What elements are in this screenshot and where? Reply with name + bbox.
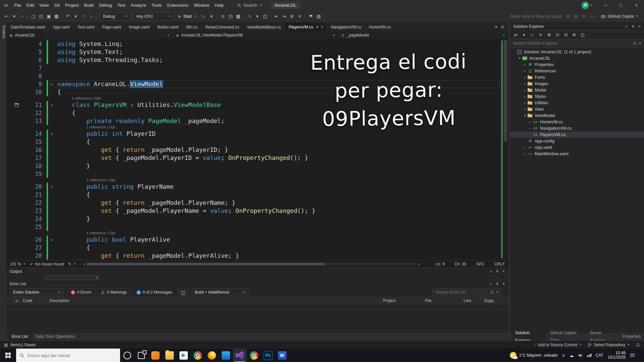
tree-expander-icon[interactable]: ▹: [523, 146, 527, 149]
code-line-19[interactable]: 19: [6, 170, 501, 178]
vscode-icon[interactable]: [219, 349, 233, 362]
browser-icon[interactable]: [247, 349, 261, 362]
error-list-header[interactable]: Error List ▼ ×: [6, 280, 508, 288]
panel-tab-data-tools-operations[interactable]: Data Tools Operations: [32, 333, 79, 341]
breadcrumb-type-dropdown[interactable]: ◈ArcaneLOL.ViewModel.PlayersVM ▼: [173, 32, 338, 39]
close-icon[interactable]: ×: [502, 282, 505, 286]
tree-item-properties[interactable]: ▹Properties: [510, 61, 644, 68]
error-list-search-input[interactable]: [435, 290, 488, 295]
volume-icon[interactable]: [578, 354, 583, 357]
code-line-26[interactable]: 26∨ public bool PlayerAlive: [6, 236, 501, 244]
tree-expander-icon[interactable]: ▹: [523, 152, 527, 156]
account-caret-icon[interactable]: ▼: [590, 4, 593, 7]
word-icon[interactable]: W: [275, 349, 289, 362]
profiler-icon[interactable]: ◳: [227, 12, 234, 20]
suggestion-margin-icon[interactable]: [14, 103, 19, 107]
menu-tools[interactable]: Tools: [149, 0, 164, 10]
xaml-align-icon[interactable]: ▥: [572, 12, 580, 20]
attach-to-process-icon[interactable]: ⊙: [219, 12, 227, 20]
task-view-icon[interactable]: [134, 349, 148, 362]
doc-tab-viewmodelbase-cs[interactable]: ViewModelBase.cs: [243, 22, 285, 32]
platform-dropdown[interactable]: Any CPU▼: [133, 12, 174, 20]
tray-expand-icon[interactable]: ∧: [562, 353, 565, 358]
minimize-button[interactable]: ─: [598, 0, 613, 10]
tree-expander-icon[interactable]: ▹: [523, 82, 527, 85]
column-header-code[interactable]: Code: [20, 297, 47, 304]
code-line-25[interactable]: 25: [6, 223, 501, 231]
health-indicator[interactable]: ✔No issues found: [30, 262, 64, 266]
tree-item-styles[interactable]: ▹Styles: [510, 93, 644, 100]
menu-build[interactable]: Build: [82, 0, 97, 10]
doc-tab-datatemplate-xaml[interactable]: DataTemplate.xaml: [7, 22, 49, 32]
capture-tool-icon[interactable]: [176, 349, 191, 362]
undo-icon[interactable]: ↶: [64, 12, 72, 20]
uncomment-icon[interactable]: ≡: [296, 12, 304, 20]
home-icon[interactable]: ⌂: [529, 32, 536, 38]
tab-list-icon[interactable]: ▾: [495, 25, 497, 29]
orange-app-icon[interactable]: [148, 349, 162, 362]
tree-item-utilities[interactable]: ▹Utilities: [510, 100, 644, 106]
code-line-20[interactable]: 20∨ public string PlayerName: [6, 183, 501, 191]
code-line-24[interactable]: 24 }: [6, 215, 501, 223]
hot-reload-icon[interactable]: ∿: [246, 12, 254, 20]
scroll-right-icon[interactable]: ▸: [419, 262, 420, 266]
menu-project[interactable]: Project: [62, 0, 81, 10]
doc-tab-button-xaml[interactable]: Button.xaml: [154, 22, 182, 32]
navigate-backward-icon[interactable]: ↩: [3, 12, 10, 20]
build-selection-icon[interactable]: ▦: [234, 12, 242, 20]
comment-icon[interactable]: ≣: [288, 12, 296, 20]
fold-icon[interactable]: ∨: [48, 236, 55, 244]
tree-item-viewmodel[interactable]: ▾ViewModel: [510, 112, 644, 119]
switch-views-icon[interactable]: ⇄: [512, 32, 519, 38]
code-line-23[interactable]: 23 set { _pageModel.PlayerName = value; …: [6, 207, 501, 215]
tree-expander-icon[interactable]: ▹: [523, 76, 527, 79]
code-line-22[interactable]: 22 get { return _pageModel.PlayerName; }: [6, 199, 501, 207]
error-list-body[interactable]: [6, 304, 508, 333]
codelens-row[interactable]: 1 reference | Gpt: [6, 231, 501, 236]
tree-expander-icon[interactable]: ▹: [528, 120, 533, 124]
scope-dropdown[interactable]: Entire Solution▼: [10, 288, 64, 296]
scroll-left-icon[interactable]: ◂: [83, 262, 85, 266]
save-all-icon[interactable]: ▦: [53, 12, 60, 20]
tree-item-images[interactable]: ▹Images: [510, 80, 644, 87]
menu-edit[interactable]: Edit: [24, 0, 37, 10]
redo-caret-icon[interactable]: ▾: [87, 12, 95, 20]
navigate-forward-icon[interactable]: ↪: [18, 12, 26, 20]
close-icon[interactable]: ×: [321, 25, 323, 29]
tree-item-app-config[interactable]: App.config: [510, 138, 644, 144]
firefox-icon[interactable]: [205, 349, 219, 362]
tree-item-arcanelol[interactable]: ▾ArcaneLOL: [510, 55, 644, 61]
close-button[interactable]: ×: [629, 0, 644, 10]
preview-selected-icon[interactable]: ◫: [579, 32, 586, 38]
fold-icon[interactable]: ∨: [48, 101, 55, 109]
collapse-all-icon[interactable]: ⊟: [562, 32, 570, 38]
spaces-indicator[interactable]: SPC: [476, 262, 485, 266]
messages-filter-button[interactable]: i0 of 2 Messages: [133, 289, 176, 296]
select-repository-button[interactable]: Select Repository ▼: [588, 343, 630, 347]
save-icon[interactable]: ▣: [45, 12, 53, 20]
code-editor[interactable]: 4using System.Linq;5using System.Text;6u…: [6, 39, 508, 260]
network-icon[interactable]: [587, 354, 591, 357]
weather-widget[interactable]: 1°C Mayorm. soleado: [510, 352, 558, 359]
code-line-28[interactable]: 28 get { return _pageModel.PlayerAlive; …: [6, 252, 501, 260]
doc-tab-navigationvm-cs[interactable]: NavigationVM.cs: [327, 22, 365, 32]
breadcrumb-member-dropdown[interactable]: ⚙_pageModel ▼: [338, 32, 508, 39]
tree-expander-icon[interactable]: ▾: [517, 57, 522, 60]
source-dropdown[interactable]: Build + IntelliSense▼: [192, 288, 249, 296]
clock[interactable]: 10:49 15/1/2025: [608, 351, 626, 360]
toolbox-tab[interactable]: Toolbox: [0, 22, 6, 341]
start-debugging-button[interactable]: ▶ Start ▼: [175, 12, 200, 20]
doc-tab-playersvm-cs[interactable]: PlayersVM.cs×: [285, 22, 327, 32]
code-line-21[interactable]: 21 {: [6, 191, 501, 199]
xaml-grid-icon[interactable]: ⊞: [564, 12, 572, 20]
doc-tab-page-xaml[interactable]: Page.xaml: [98, 22, 125, 32]
tree-expander-icon[interactable]: ▹: [523, 95, 527, 98]
taskbar-search[interactable]: [16, 349, 120, 362]
menu-test[interactable]: Test: [115, 0, 128, 10]
panel-tab-properties[interactable]: Properties: [619, 333, 644, 341]
solution-explorer-search-input[interactable]: [513, 41, 631, 46]
zoom-control[interactable]: 101 %▼: [10, 262, 26, 266]
hot-reload-caret-icon[interactable]: ▾: [254, 12, 261, 20]
tree-expander-icon[interactable]: ▾: [523, 114, 527, 117]
open-file-icon[interactable]: ◰: [37, 12, 45, 20]
